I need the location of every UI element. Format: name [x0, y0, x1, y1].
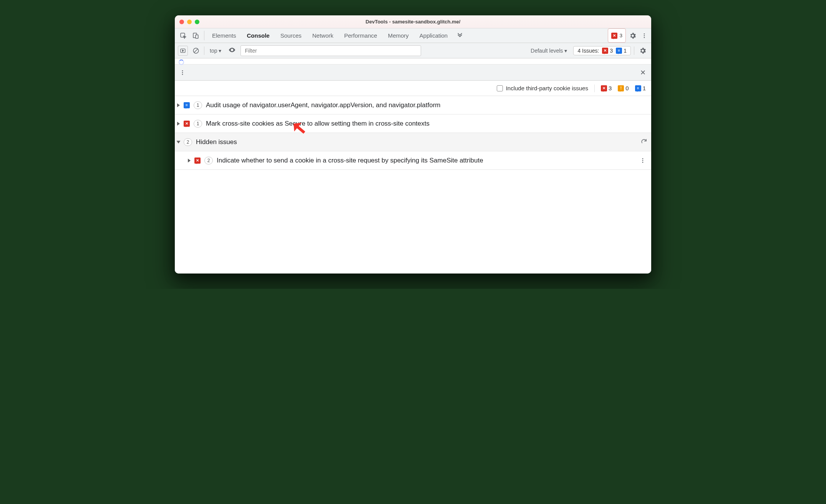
svg-rect-2: [196, 35, 198, 38]
info-icon: ≡: [184, 102, 190, 108]
tab-elements[interactable]: Elements: [207, 28, 242, 43]
issue-row[interactable]: ✕ 2 Indicate whether to send a cookie in…: [175, 151, 651, 170]
separator: [594, 85, 595, 92]
error-summary-badge[interactable]: ✕ 3: [608, 28, 626, 43]
inspect-element-icon[interactable]: [177, 28, 189, 43]
execution-context-selector[interactable]: top ▾: [207, 48, 224, 54]
error-icon: ✕: [611, 33, 617, 39]
svg-rect-0: [181, 33, 185, 37]
tab-network[interactable]: Network: [307, 28, 339, 43]
error-icon: ✕: [194, 158, 201, 164]
issue-count-pill: 1: [194, 101, 202, 109]
maximize-window-button[interactable]: [195, 20, 199, 24]
issue-menu-icon[interactable]: [638, 158, 647, 164]
close-drawer-icon[interactable]: ✕: [638, 68, 648, 77]
tabs-row: Elements Console Sources Network Perform…: [175, 28, 651, 43]
tab-sources[interactable]: Sources: [275, 28, 307, 43]
filter-input[interactable]: [241, 45, 421, 56]
svg-point-10: [182, 72, 183, 73]
tab-application[interactable]: Application: [414, 28, 453, 43]
empty-space: [175, 170, 651, 274]
console-loading-indicator: [175, 58, 651, 65]
drawer-header: ✕: [175, 65, 651, 81]
chevron-down-icon: ▾: [219, 48, 221, 54]
tab-performance[interactable]: Performance: [339, 28, 383, 43]
levels-label: Default levels: [531, 48, 563, 54]
info-icon: ≡: [616, 48, 622, 54]
info-count-badge[interactable]: ≡1: [635, 85, 646, 91]
collapse-icon: [177, 141, 181, 143]
expand-icon: [188, 159, 191, 162]
window-controls: [179, 20, 199, 24]
devtools-window: DevTools - samesite-sandbox.glitch.me/ E…: [175, 15, 651, 274]
svg-point-12: [642, 158, 644, 159]
drawer-menu-icon[interactable]: [178, 70, 187, 76]
issue-row[interactable]: ✕ 1 Mark cross-site cookies as Secure to…: [175, 114, 651, 133]
console-toolbar: top ▾ Default levels ▾ 4 Issues: ✕3 ≡1: [175, 43, 651, 58]
warning-count-badge[interactable]: !0: [618, 85, 629, 91]
console-settings-icon[interactable]: [637, 47, 648, 55]
live-expression-icon[interactable]: [227, 46, 237, 55]
issue-count-pill: 2: [204, 157, 213, 164]
checkbox-icon: [497, 85, 503, 91]
error-icon: ✕: [601, 85, 607, 91]
issues-filterbar: Include third-party cookie issues ✕3 !0 …: [175, 81, 651, 96]
titlebar: DevTools - samesite-sandbox.glitch.me/: [175, 15, 651, 28]
issue-count-pill: 2: [184, 138, 192, 146]
more-menu-icon[interactable]: [640, 28, 649, 43]
svg-point-13: [642, 160, 644, 161]
svg-point-14: [642, 162, 644, 163]
issue-text: Mark cross-site cookies as Secure to all…: [206, 120, 430, 128]
chevron-down-icon: ▾: [564, 48, 567, 54]
close-window-button[interactable]: [179, 20, 184, 24]
clear-console-icon[interactable]: [191, 46, 201, 56]
svg-point-11: [182, 74, 183, 75]
minimize-window-button[interactable]: [187, 20, 192, 24]
hidden-issues-group[interactable]: 2 Hidden issues: [175, 133, 651, 151]
issues-summary-button[interactable]: 4 Issues: ✕3 ≡1: [573, 46, 631, 55]
info-icon: ≡: [635, 85, 641, 91]
checkbox-label: Include third-party cookie issues: [506, 85, 588, 91]
svg-point-5: [644, 37, 645, 38]
error-count-badge[interactable]: ✕3: [601, 85, 612, 91]
warning-icon: !: [618, 85, 624, 91]
error-icon: ✕: [602, 48, 608, 54]
toggle-sidebar-icon[interactable]: [178, 46, 188, 56]
tab-memory[interactable]: Memory: [383, 28, 414, 43]
hidden-issues-label: Hidden issues: [196, 138, 237, 146]
issue-text: Audit usage of navigator.userAgent, navi…: [206, 101, 441, 109]
third-party-cookies-toggle[interactable]: Include third-party cookie issues: [497, 85, 588, 91]
context-label: top: [210, 48, 217, 54]
issues-red-count: 3: [610, 48, 613, 54]
issue-row[interactable]: ≡ 1 Audit usage of navigator.userAgent, …: [175, 96, 651, 114]
window-title: DevTools - samesite-sandbox.glitch.me/: [175, 19, 651, 25]
log-levels-selector[interactable]: Default levels ▾: [527, 48, 570, 54]
svg-point-3: [644, 33, 645, 35]
separator: [204, 31, 204, 40]
svg-point-4: [644, 35, 645, 36]
expand-icon: [177, 103, 180, 107]
settings-icon[interactable]: [626, 28, 640, 43]
issue-text: Indicate whether to send a cookie in a c…: [217, 157, 483, 164]
tab-console[interactable]: Console: [242, 28, 275, 43]
expand-icon: [177, 122, 180, 126]
issues-list: ≡ 1 Audit usage of navigator.userAgent, …: [175, 96, 651, 274]
svg-point-8: [232, 49, 233, 50]
device-toolbar-icon[interactable]: [189, 28, 202, 43]
issue-count-pill: 1: [194, 120, 202, 128]
error-icon: ✕: [184, 121, 190, 127]
tabs-overflow-icon[interactable]: [453, 28, 467, 43]
refresh-icon[interactable]: [640, 138, 647, 146]
issues-blue-count: 1: [624, 48, 627, 54]
issues-label: 4 Issues:: [577, 48, 599, 54]
svg-point-9: [182, 70, 183, 71]
error-count: 3: [620, 33, 622, 38]
